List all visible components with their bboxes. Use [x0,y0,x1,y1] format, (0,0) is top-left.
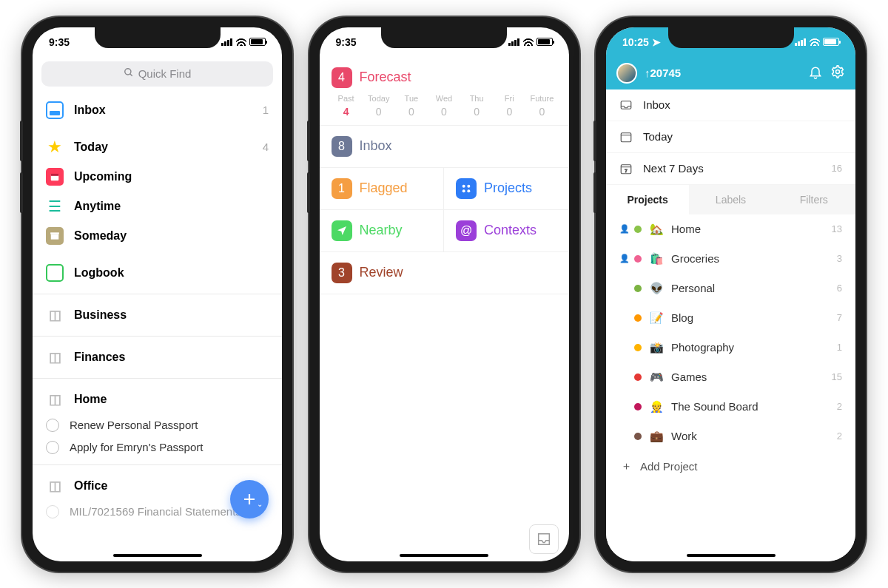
svg-point-9 [467,184,470,187]
nearby-icon [332,220,352,241]
project-count: 13 [832,223,842,234]
perspective-contexts[interactable]: @ Contexts [444,210,569,252]
perspective-projects[interactable]: Projects [444,168,569,210]
project-color-dot [634,285,642,292]
project-color-dot [634,226,642,233]
task-label: Apply for Emryn's Passport [70,441,203,453]
checkbox-icon[interactable] [46,441,59,454]
home-indicator [687,554,776,557]
inbox-icon [619,98,633,112]
notch [95,27,221,48]
projects-icon [456,178,477,199]
tab-labels[interactable]: Labels [689,185,772,214]
project-count: 2 [837,401,842,412]
list-item-someday[interactable]: Someday [33,221,282,251]
project-count: 7 [837,312,842,323]
project-item[interactable]: 👷The Sound Board2 [606,392,855,422]
karma-score[interactable]: ↑20745 [645,67,801,79]
location-icon: ➤ [652,36,661,48]
project-item[interactable]: 📝Blog7 [606,303,855,333]
svg-rect-3 [51,173,59,175]
project-item[interactable]: 📸Photography1 [606,333,855,362]
project-label: Photography [671,341,830,354]
calendar-icon [46,168,64,186]
list-item-anytime[interactable]: ☰ Anytime [33,192,282,221]
logbook-icon: ✓ [46,264,64,282]
forecast-label: Forecast [360,70,411,85]
list-item-upcoming[interactable]: Upcoming [33,162,282,192]
divider [33,378,282,379]
archive-icon [46,227,64,245]
cube-icon: ◫ [46,348,64,366]
project-item[interactable]: 👽Personal6 [606,274,855,303]
project-count: 6 [837,283,842,294]
checkbox-icon[interactable] [46,505,59,518]
avatar[interactable] [616,63,637,84]
calendar-week-icon: 7 [619,162,633,175]
contexts-icon: @ [456,220,477,241]
project-label: The Sound Board [671,400,830,413]
project-emoji: 💼 [649,430,664,443]
gear-icon[interactable] [830,64,845,82]
project-emoji: 👽 [649,282,664,295]
forecast-badge: 4 [332,67,352,88]
notch [381,27,507,48]
perspective-forecast[interactable]: 4 Forecast [320,57,569,91]
project-label: Games [671,371,824,383]
list-item-logbook[interactable]: ✓ Logbook [33,258,282,288]
svg-rect-14 [621,132,631,141]
tab-projects[interactable]: Projects [606,185,689,214]
project-color-dot [634,344,642,351]
bell-icon[interactable] [808,64,823,82]
project-label: Blog [671,311,830,324]
tab-filters[interactable]: Filters [773,185,855,214]
shared-icon: 👤 [619,254,627,263]
perspective-flagged[interactable]: 1 Flagged [320,168,445,210]
smart-list-next7[interactable]: 7 Next 7 Days 16 [606,153,855,185]
svg-line-1 [130,74,132,76]
review-badge: 3 [332,263,352,283]
divider [33,294,282,294]
layers-icon: ☰ [46,197,64,215]
search-input[interactable]: Quick Find [41,61,273,87]
project-item[interactable]: 🎮Games15 [606,362,855,392]
area-business[interactable]: ◫ Business [33,300,282,330]
perspective-nearby[interactable]: Nearby [320,210,445,252]
area-home[interactable]: ◫ Home [33,385,282,414]
search-icon [124,67,134,80]
quick-entry-button[interactable] [529,524,559,554]
add-button[interactable]: ⌄ [230,480,269,518]
task-label: MIL/7021569 Financial Statements [70,505,241,518]
project-count: 2 [837,430,842,442]
svg-rect-4 [51,234,59,239]
project-emoji: 🎮 [649,371,664,384]
perspective-review[interactable]: 3 Review [320,252,569,294]
battery-icon [249,38,266,46]
flagged-badge: 1 [332,178,352,199]
area-finances[interactable]: ◫ Finances [33,342,282,372]
add-project-button[interactable]: ＋ Add Project [606,451,855,481]
divider [33,336,282,337]
svg-point-11 [467,189,470,192]
list-item-today[interactable]: ★ Today 4 [33,132,282,162]
battery-icon [823,38,839,46]
chevron-down-icon: ⌄ [257,500,263,508]
perspective-inbox[interactable]: 8 Inbox [320,126,569,168]
inbox-label: Inbox [360,138,392,154]
smart-list-today[interactable]: Today [606,121,855,153]
task-item[interactable]: Renew Personal Passport [33,414,282,436]
search-placeholder: Quick Find [138,67,192,80]
project-emoji: 📝 [649,311,664,325]
smart-list-inbox[interactable]: Inbox [606,89,855,121]
flagged-label: Flagged [360,180,408,196]
project-color-dot [634,374,642,381]
project-emoji: 📸 [649,341,664,354]
project-item[interactable]: 💼Work2 [606,422,855,451]
checkbox-icon[interactable] [46,419,59,432]
calendar-icon [619,130,633,143]
nearby-label: Nearby [360,223,403,238]
project-item[interactable]: 👤🏡Home13 [606,214,855,244]
task-item[interactable]: Apply for Emryn's Passport [33,436,282,459]
list-item-inbox[interactable]: Inbox 1 [33,95,282,125]
project-item[interactable]: 👤🛍️Groceries3 [606,244,855,274]
